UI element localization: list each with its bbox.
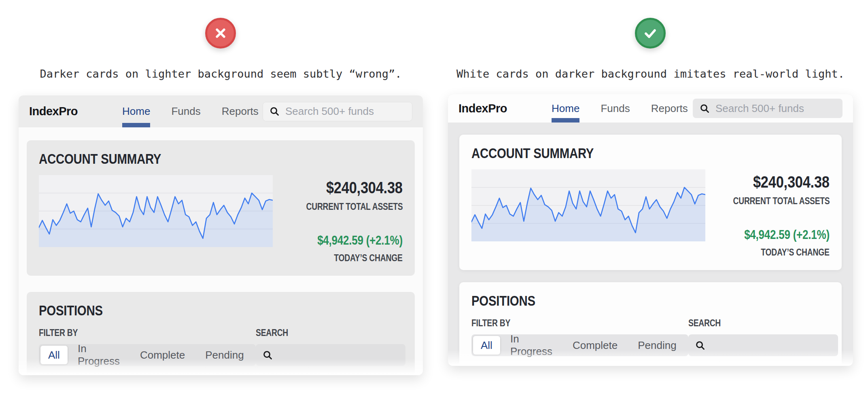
check-icon: [635, 18, 666, 49]
check-glyph: [641, 24, 659, 42]
fund-search-input[interactable]: [715, 102, 851, 115]
page-content: ACCOUNT SUMMARY $240,304.38 CURRENT TOTA…: [448, 123, 853, 366]
filter-complete[interactable]: Complete: [130, 346, 195, 364]
nav-home[interactable]: Home: [122, 95, 150, 127]
app-header: IndexPro Home Funds Reports: [19, 95, 423, 127]
positions-title: POSITIONS: [39, 302, 103, 319]
filter-all[interactable]: All: [40, 346, 68, 364]
positions-search-box[interactable]: [256, 344, 405, 366]
filter-pending[interactable]: Pending: [195, 346, 254, 364]
total-assets-value: $240,304.38: [753, 173, 830, 192]
total-assets-label: CURRENT TOTAL ASSETS: [306, 201, 403, 212]
search-icon: [269, 106, 280, 117]
account-summary-card: ACCOUNT SUMMARY $240,304.38 CURRENT TOTA…: [27, 140, 415, 276]
filter-in-progress[interactable]: In Progress: [500, 336, 562, 355]
mockup-dark-cards: IndexPro Home Funds Reports ACCOUNT SUMM…: [19, 95, 423, 375]
search-group: SEARCH: [256, 327, 405, 366]
page-content: ACCOUNT SUMMARY $240,304.38 CURRENT TOTA…: [19, 127, 423, 375]
fund-search-box[interactable]: [263, 102, 412, 121]
search-icon: [699, 103, 710, 114]
nav-funds[interactable]: Funds: [601, 94, 630, 123]
filter-group: FILTER BY All In Progress Complete Pendi…: [39, 327, 256, 366]
total-assets-label: CURRENT TOTAL ASSETS: [733, 196, 830, 207]
filter-by-label: FILTER BY: [39, 327, 78, 338]
main-nav: Home Funds Reports: [122, 95, 259, 127]
positions-search-input[interactable]: [278, 349, 414, 361]
search-icon: [262, 350, 273, 361]
assets-chart: [471, 169, 705, 241]
assets-sparkline: [471, 169, 705, 241]
todays-change-value: $4,942.59 (+2.1%): [744, 228, 830, 242]
search-group: SEARCH: [688, 318, 838, 356]
account-summary-card: ACCOUNT SUMMARY $240,304.38 CURRENT TOTA…: [459, 135, 842, 270]
todays-change-value: $4,942.59 (+2.1%): [317, 233, 403, 248]
total-assets-value: $240,304.38: [326, 178, 403, 197]
nav-funds[interactable]: Funds: [171, 95, 200, 127]
app-logo: IndexPro: [458, 102, 507, 115]
search-label: SEARCH: [688, 318, 721, 329]
filter-complete[interactable]: Complete: [562, 336, 628, 355]
positions-card: POSITIONS FILTER BY All In Progress Comp…: [459, 282, 842, 366]
x-glyph: [212, 24, 229, 42]
filter-by-label: FILTER BY: [471, 318, 510, 329]
nav-reports[interactable]: Reports: [651, 94, 688, 123]
positions-search-box[interactable]: [688, 334, 838, 356]
filter-group: FILTER BY All In Progress Complete Pendi…: [471, 318, 688, 356]
app-header: IndexPro Home Funds Reports: [448, 94, 853, 123]
assets-sparkline: [39, 175, 273, 247]
search-label: SEARCH: [256, 327, 288, 338]
x-icon: [205, 18, 236, 49]
app-logo: IndexPro: [29, 105, 78, 118]
filter-segmented-control: All In Progress Complete Pending: [471, 334, 688, 356]
filter-segmented-control: All In Progress Complete Pending: [39, 344, 256, 366]
positions-title: POSITIONS: [471, 293, 535, 309]
filter-in-progress[interactable]: In Progress: [68, 346, 130, 364]
positions-search-input[interactable]: [711, 339, 846, 352]
nav-reports[interactable]: Reports: [222, 95, 259, 127]
fund-search-input[interactable]: [285, 105, 421, 118]
filter-pending[interactable]: Pending: [628, 336, 686, 355]
mockup-white-cards: IndexPro Home Funds Reports ACCOUNT SUMM…: [448, 94, 853, 366]
search-icon: [695, 340, 706, 351]
nav-home[interactable]: Home: [552, 94, 579, 123]
todays-change-label: TODAY’S CHANGE: [334, 253, 403, 264]
main-nav: Home Funds Reports: [552, 94, 688, 123]
filter-all[interactable]: All: [473, 336, 500, 355]
account-summary-title: ACCOUNT SUMMARY: [39, 151, 161, 167]
todays-change-label: TODAY’S CHANGE: [761, 247, 830, 258]
account-summary-title: ACCOUNT SUMMARY: [471, 145, 594, 161]
assets-chart: [39, 175, 273, 247]
fund-search-box[interactable]: [693, 99, 843, 118]
caption-good: White cards on darker background imitate…: [448, 66, 853, 82]
caption-bad: Darker cards on lighter background seem …: [19, 66, 423, 82]
positions-card: POSITIONS FILTER BY All In Progress Comp…: [27, 292, 415, 375]
